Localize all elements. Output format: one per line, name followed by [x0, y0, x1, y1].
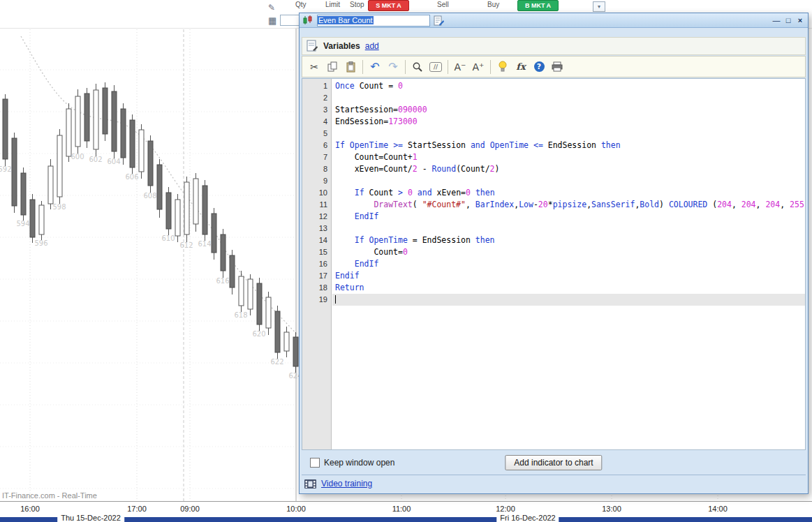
time-label: 10:00	[286, 505, 306, 513]
line-number: 12	[302, 211, 331, 223]
probuilder-icon	[307, 40, 318, 52]
copy-icon[interactable]	[325, 59, 340, 75]
line-number: 2	[302, 92, 331, 104]
code-line[interactable]: Endif	[332, 270, 805, 282]
line-number: 18	[302, 282, 331, 294]
edit-icon[interactable]: ✎	[268, 3, 275, 13]
line-number: 8	[302, 163, 331, 175]
cut-icon[interactable]: ✂	[307, 59, 322, 75]
search-icon[interactable]	[410, 59, 425, 75]
add-indicator-button[interactable]: Add indicator to chart	[505, 455, 602, 470]
code-lines[interactable]: Once Count = 0StartSession=090000EndSess…	[332, 79, 805, 306]
stop-label: Stop	[350, 1, 364, 8]
screen: 5925945965986006026046066086106126146166…	[0, 0, 812, 522]
functions-icon[interactable]: fx	[513, 59, 529, 75]
dialog-footer: Keep window open Add indicator to chart	[302, 452, 806, 473]
line-number: 7	[302, 151, 331, 163]
code-line[interactable]	[332, 294, 805, 306]
comment-icon[interactable]: //	[428, 59, 443, 75]
time-label: 11:00	[392, 505, 411, 513]
svg-text:622: 622	[270, 358, 283, 366]
video-icon	[304, 479, 316, 489]
font-increase-icon[interactable]: A⁺	[471, 59, 486, 75]
code-line[interactable]: xEven=Count/2 - Round(Count/2)	[332, 163, 805, 175]
indicator-name-text: Even Bar Count	[318, 16, 374, 24]
print-icon[interactable]	[549, 59, 565, 75]
chart-icon	[302, 15, 313, 26]
sell-label: Sell	[437, 1, 449, 8]
svg-text:616: 616	[216, 277, 229, 285]
code-line[interactable]: If OpenTime >= StartSession and OpenTime…	[332, 140, 805, 151]
code-line[interactable]	[332, 175, 805, 187]
code-line[interactable]: If OpenTime = EndSession then	[332, 234, 805, 246]
code-line[interactable]	[332, 223, 805, 234]
code-line[interactable]	[332, 128, 805, 140]
font-decrease-icon[interactable]: A⁻	[452, 59, 468, 75]
time-label: 16:00	[20, 505, 40, 513]
code-editor[interactable]: 12345678910111213141516171819 Once Count…	[302, 78, 806, 450]
redo-icon[interactable]: ↷	[385, 59, 401, 75]
time-label: 09:00	[180, 505, 200, 513]
line-number: 4	[302, 116, 331, 128]
variables-label: Variables	[323, 41, 360, 51]
window-titlebar[interactable]: Even Bar Count — □ ×	[300, 13, 808, 28]
time-label: 13:00	[602, 505, 621, 513]
svg-text:594: 594	[16, 220, 29, 228]
limit-label: Limit	[325, 1, 340, 8]
code-line[interactable]: StartSession=090000	[332, 104, 805, 116]
svg-text:610: 610	[161, 234, 175, 242]
editor-toolbar: ✂ ↶ ↷	[302, 56, 806, 77]
qty-label: Qty	[295, 1, 307, 8]
line-number: 9	[302, 175, 331, 187]
time-label: 12:00	[496, 505, 515, 513]
time-label: 14:00	[708, 505, 728, 513]
code-line[interactable]: Count=Count+1	[332, 151, 805, 163]
close-button[interactable]: ×	[795, 16, 805, 24]
line-number: 19	[302, 294, 331, 306]
maximize-button[interactable]: □	[783, 16, 793, 24]
add-variable-link[interactable]: add	[365, 41, 379, 51]
code-line[interactable]: If Count > 0 and xEven=0 then	[332, 187, 805, 199]
minimize-button[interactable]: —	[772, 16, 781, 24]
svg-text:620: 620	[252, 330, 265, 338]
code-line[interactable]: Count=0	[332, 246, 805, 258]
svg-text:612: 612	[179, 241, 193, 249]
keypad-icon[interactable]: ▦	[268, 15, 276, 26]
code-line[interactable]: EndIf	[332, 211, 805, 223]
date-label: Fri 16-Dec-2022	[496, 514, 559, 522]
line-number: 14	[302, 234, 331, 246]
hint-icon[interactable]	[495, 59, 510, 75]
video-training-link[interactable]: Video training	[321, 479, 372, 489]
toolbar-separator	[490, 60, 491, 74]
help-icon[interactable]: ?	[531, 59, 547, 75]
undo-icon[interactable]: ↶	[367, 59, 383, 75]
buy-label: Buy	[487, 1, 499, 8]
svg-text:602: 602	[89, 156, 102, 163]
buy-market-button[interactable]: B MKT A	[517, 0, 559, 11]
code-line[interactable]: Return	[332, 282, 805, 294]
code-line[interactable]: DrawText( "#Count#", BarIndex,Low-20*pip…	[332, 199, 805, 211]
toolbar-separator	[448, 60, 448, 74]
panel-button[interactable]: ▾	[593, 1, 605, 12]
rename-icon[interactable]	[434, 15, 444, 26]
line-number: 1	[302, 80, 331, 92]
time-axis[interactable]: 16:0017:0009:0010:0011:0012:0013:0014:00…	[0, 501, 812, 522]
chart-watermark: IT-Finance.com - Real-Time	[2, 491, 97, 500]
svg-text:614: 614	[198, 240, 211, 248]
sell-market-button[interactable]: S MKT A	[368, 0, 409, 11]
code-line[interactable]: EndIf	[332, 258, 805, 270]
line-number: 10	[302, 187, 331, 199]
editor-gutter: 12345678910111213141516171819	[302, 79, 332, 449]
indicator-name-input[interactable]: Even Bar Count	[317, 15, 430, 27]
date-label: Thu 15-Dec-2022	[57, 514, 124, 522]
code-line[interactable]	[332, 92, 805, 104]
code-line[interactable]: EndSession=173000	[332, 116, 805, 128]
paste-icon[interactable]	[343, 59, 358, 75]
keep-window-open-checkbox[interactable]	[310, 458, 320, 468]
code-line[interactable]: Once Count = 0	[332, 80, 805, 92]
line-number: 11	[302, 199, 331, 211]
video-training-row: Video training	[302, 475, 806, 492]
toolbar-separator	[362, 60, 363, 74]
line-number: 6	[302, 140, 331, 151]
line-number: 15	[302, 246, 331, 258]
